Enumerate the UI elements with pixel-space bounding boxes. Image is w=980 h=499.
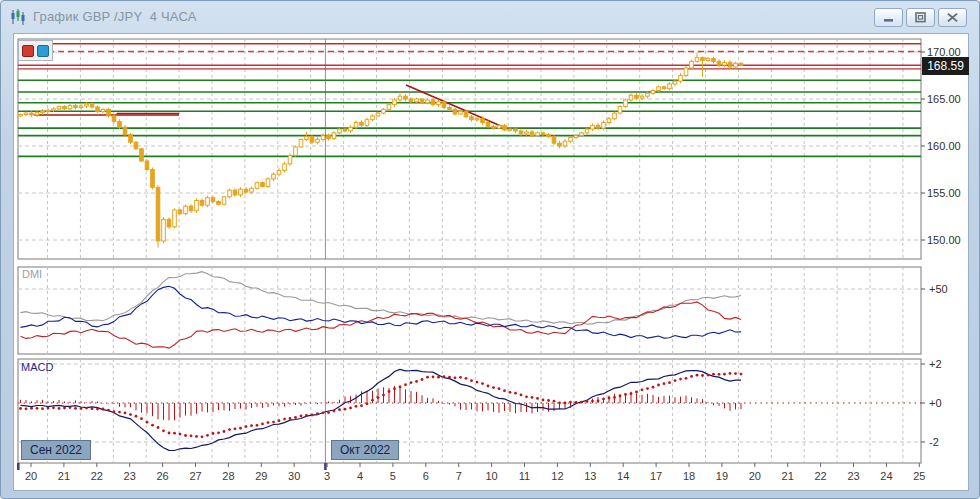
candle bbox=[657, 87, 661, 91]
axis-label: +50 bbox=[929, 283, 948, 295]
candle bbox=[519, 131, 523, 134]
candle bbox=[74, 106, 78, 108]
macd-signal-dot bbox=[421, 378, 424, 381]
macd-signal-dot bbox=[124, 412, 127, 415]
macd-signal-dot bbox=[668, 381, 671, 384]
macd-signal-dot bbox=[206, 434, 209, 437]
current-price-badge: 168.59 bbox=[922, 57, 969, 75]
candle bbox=[250, 188, 254, 192]
candle bbox=[481, 119, 485, 123]
macd-signal-dot bbox=[25, 407, 28, 410]
candle bbox=[261, 183, 265, 187]
macd-signal-dot bbox=[410, 381, 413, 384]
macd-signal-dot bbox=[223, 430, 226, 433]
candle bbox=[24, 113, 28, 114]
axis-label: 21 bbox=[58, 470, 70, 482]
macd-signal-dot bbox=[300, 415, 303, 418]
candle bbox=[332, 133, 336, 139]
macd-panel[interactable] bbox=[18, 359, 921, 463]
macd-signal-dot bbox=[85, 407, 88, 410]
axis-label: 22 bbox=[91, 470, 103, 482]
axis-label: 165.00 bbox=[927, 93, 961, 105]
main-chart-panel[interactable] bbox=[18, 39, 921, 259]
sell-marker-button[interactable] bbox=[22, 45, 34, 57]
macd-signal-dot bbox=[712, 373, 715, 376]
macd-signal-dot bbox=[553, 400, 556, 403]
candle bbox=[30, 113, 34, 115]
macd-signal-dot bbox=[184, 434, 187, 437]
macd-signal-dot bbox=[564, 402, 567, 405]
candle bbox=[563, 141, 567, 146]
macd-signal-dot bbox=[135, 415, 138, 418]
macd-signal-dot bbox=[107, 409, 110, 412]
chart-mini-toolbar bbox=[18, 40, 53, 61]
macd-signal-dot bbox=[514, 392, 517, 395]
candle bbox=[145, 161, 149, 169]
macd-signal-dot bbox=[487, 385, 490, 388]
candle bbox=[195, 201, 199, 211]
macd-signal-dot bbox=[630, 392, 633, 395]
macd-signal-dot bbox=[140, 417, 143, 420]
candle bbox=[288, 155, 292, 163]
macd-signal-dot bbox=[602, 398, 605, 401]
candle bbox=[640, 96, 644, 98]
candle bbox=[690, 61, 694, 68]
buy-marker-button[interactable] bbox=[37, 45, 49, 57]
candle bbox=[492, 126, 496, 128]
candle bbox=[316, 139, 320, 142]
macd-signal-dot bbox=[586, 400, 589, 403]
macd-signal-dot bbox=[619, 395, 622, 398]
dmi-panel[interactable] bbox=[18, 267, 921, 354]
candle bbox=[739, 63, 743, 65]
candle bbox=[431, 100, 435, 105]
macd-signal-dot bbox=[608, 397, 611, 400]
candle bbox=[558, 143, 562, 146]
candle bbox=[371, 116, 375, 120]
axis-label: 17 bbox=[650, 470, 662, 482]
macd-signal-dot bbox=[19, 407, 22, 410]
macd-signal-dot bbox=[151, 424, 154, 427]
candle bbox=[19, 115, 23, 116]
candle bbox=[530, 132, 534, 136]
candle bbox=[283, 164, 287, 171]
candle bbox=[123, 127, 127, 135]
candle bbox=[552, 137, 556, 144]
candle bbox=[206, 198, 210, 206]
macd-signal-dot bbox=[212, 432, 215, 435]
candle bbox=[426, 100, 430, 103]
macd-signal-dot bbox=[734, 372, 737, 375]
candle bbox=[354, 123, 358, 128]
axis-label: 160.00 bbox=[927, 140, 961, 152]
candle bbox=[684, 68, 688, 76]
candle bbox=[266, 179, 270, 187]
axis-label: 29 bbox=[255, 470, 267, 482]
axis-label: 26 bbox=[156, 470, 168, 482]
candle bbox=[349, 127, 353, 131]
app-window: График GBP /JPY 4 ЧАСА 170.00165.00160. bbox=[0, 0, 980, 499]
macd-signal-dot bbox=[663, 382, 666, 385]
candle bbox=[404, 96, 408, 99]
macd-signal-dot bbox=[415, 380, 418, 383]
macd-signal-dot bbox=[355, 405, 358, 408]
candle bbox=[717, 61, 721, 65]
candle bbox=[635, 95, 639, 98]
axis-label: 21 bbox=[782, 470, 794, 482]
candle bbox=[255, 183, 259, 189]
candle bbox=[189, 206, 193, 211]
axis-label: 7 bbox=[456, 470, 462, 482]
macd-signal-dot bbox=[492, 386, 495, 389]
macd-signal-dot bbox=[96, 408, 99, 411]
candle bbox=[415, 99, 419, 102]
candle bbox=[613, 113, 617, 119]
candle bbox=[437, 102, 441, 105]
macd-signal-dot bbox=[404, 383, 407, 386]
dmi-panel-label: DMI bbox=[22, 268, 42, 280]
macd-signal-dot bbox=[558, 401, 561, 404]
candle bbox=[140, 149, 144, 161]
macd-signal-dot bbox=[63, 407, 66, 410]
candle bbox=[217, 201, 221, 204]
candle bbox=[679, 76, 683, 82]
candle bbox=[173, 210, 177, 227]
candle bbox=[596, 125, 600, 128]
candle bbox=[222, 197, 226, 205]
